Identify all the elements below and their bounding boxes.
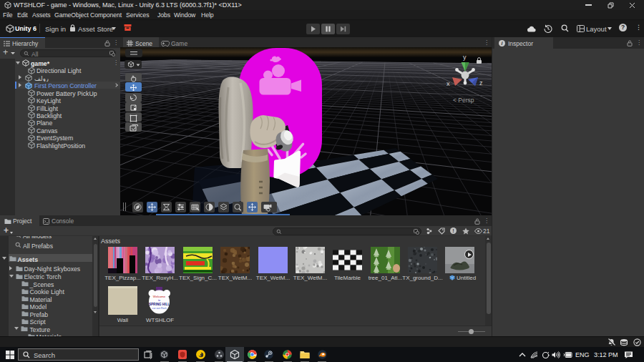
svg-text:y: y (463, 54, 467, 61)
svg-text:z: z (479, 79, 483, 87)
svg-text:to: to (158, 299, 160, 302)
svg-text:< Persp: < Persp (453, 97, 474, 104)
svg-text:SPRING HILL: SPRING HILL (149, 303, 170, 306)
svg-text:Welcome: Welcome (153, 295, 166, 298)
svg-text:cuz aun Rock: cuz aun Rock (152, 307, 167, 310)
svg-text:x: x (447, 80, 450, 87)
